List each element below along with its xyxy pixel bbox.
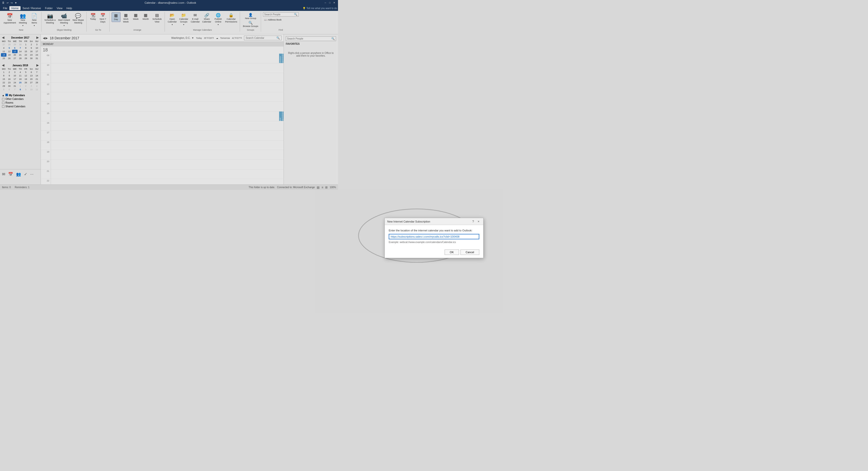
dialog-overlay: New Internet Calendar Subscription ? × E… <box>0 0 338 190</box>
